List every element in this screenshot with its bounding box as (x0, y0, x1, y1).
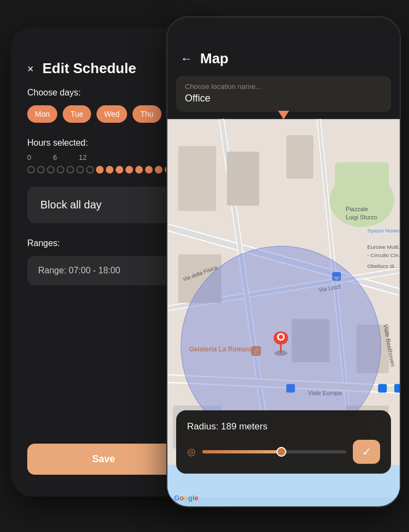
svg-rect-13 (178, 146, 216, 211)
slider-fill (202, 450, 281, 453)
svg-rect-38 (378, 384, 387, 393)
slider-min-icon: ◎ (187, 446, 196, 458)
radius-slider-row: ◎ ✓ (187, 440, 380, 464)
hours-label: Hours selected: (27, 138, 180, 148)
day-wed[interactable]: Wed (97, 105, 128, 123)
google-g: G (174, 494, 179, 502)
radius-panel: Radius: 189 meters ◎ ✓ (176, 410, 391, 474)
ranges-label: Ranges: (27, 238, 180, 248)
dot-empty-2 (37, 166, 45, 174)
map-area[interactable]: Piazzale Luigi Sturzo Spazio Novecento E… (167, 110, 400, 506)
day-thu[interactable]: Thu (133, 105, 161, 123)
scale-12: 12 (79, 153, 86, 162)
dot-filled-3 (116, 166, 123, 174)
back-arrow-icon[interactable]: ← (181, 52, 193, 66)
range-item: Range: 07:00 - 18:00 (27, 256, 180, 285)
radius-slider[interactable] (202, 450, 346, 453)
google-logo: Google (174, 494, 199, 502)
dot-filled-5 (135, 166, 143, 174)
checkmark-icon: ✓ (362, 445, 371, 458)
svg-rect-15 (286, 135, 314, 178)
map-phone: ← Map Choose location name... Office (166, 16, 401, 507)
svg-text:Spazio Novecento: Spazio Novecento (368, 228, 400, 234)
radius-label: Radius: 189 meters (187, 421, 380, 432)
svg-rect-12 (335, 163, 389, 206)
svg-text:Luigi Sturzo: Luigi Sturzo (346, 214, 377, 220)
day-mon[interactable]: Mon (27, 105, 57, 123)
save-button[interactable]: Save (27, 444, 180, 475)
location-value: Office (185, 93, 382, 104)
dot-empty-3 (47, 166, 55, 174)
edit-schedule-title: Edit Schedule (43, 60, 136, 77)
location-input-box[interactable]: Choose location name... Office (176, 76, 391, 112)
hours-scale: 0 6 12 (27, 153, 180, 162)
location-placeholder: Choose location name... (185, 82, 382, 91)
svg-point-46 (279, 335, 283, 339)
svg-rect-14 (227, 152, 259, 206)
svg-text:Eurcine Multi...: Eurcine Multi... (368, 244, 400, 250)
close-icon[interactable]: × (27, 63, 34, 74)
map-screen: ← Map Choose location name... Office (167, 17, 400, 506)
dot-empty-4 (57, 166, 64, 174)
map-title: Map (200, 50, 228, 67)
dot-empty-1 (27, 166, 35, 174)
svg-text:- Circuito Cin...: - Circuito Cin... (368, 252, 400, 258)
confirm-button[interactable]: ✓ (353, 440, 380, 464)
svg-rect-39 (394, 384, 400, 393)
scale-6: 6 (53, 153, 57, 162)
dot-empty-5 (67, 166, 74, 174)
dot-empty-7 (86, 166, 94, 174)
slider-dots (27, 166, 180, 174)
dot-filled-4 (125, 166, 133, 174)
dot-filled-7 (155, 166, 163, 174)
day-tue[interactable]: Tue (63, 105, 91, 123)
block-all-day-button[interactable]: Block all day (27, 187, 180, 223)
dot-filled-1 (96, 166, 104, 174)
dot-empty-6 (76, 166, 84, 174)
map-header: ← Map (167, 17, 400, 76)
dot-filled-2 (106, 166, 113, 174)
location-pin-indicator (278, 111, 289, 119)
slider-thumb[interactable] (276, 447, 286, 457)
svg-text:Piazzale: Piazzale (346, 206, 368, 212)
dot-filled-6 (145, 166, 153, 174)
svg-text:Obelisco di...: Obelisco di... (368, 263, 399, 269)
scale-0: 0 (27, 153, 31, 162)
